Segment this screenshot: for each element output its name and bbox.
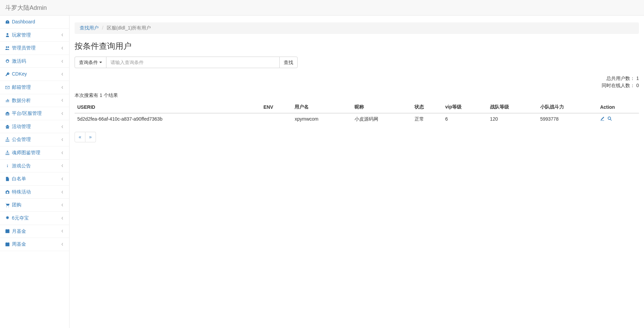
sidebar-item-label: 魂师图鉴管理 xyxy=(12,149,40,156)
sidebar-item-mail-manage[interactable]: 邮箱管理 xyxy=(0,81,69,94)
pagination: « » xyxy=(75,132,96,142)
stats-block: 总共用户数： 1 同时在线人数： 0 xyxy=(75,75,639,89)
key-icon xyxy=(5,72,10,77)
sitemap-icon xyxy=(5,137,10,142)
sidebar-item-activation-code[interactable]: 激活码 xyxy=(0,55,69,68)
sidebar-item-dashboard[interactable]: Dashboard xyxy=(0,16,69,29)
cell-squad-power: 5993778 xyxy=(538,113,598,125)
chevron-left-icon xyxy=(61,229,64,233)
chevron-left-icon xyxy=(61,99,64,102)
sidebar: Dashboard 玩家管理 管理员管理 激活码 xyxy=(0,16,69,328)
sidebar-item-label: 周基金 xyxy=(12,241,26,248)
sidebar-item-6yuan-treasure[interactable]: 6元夺宝 xyxy=(0,212,69,225)
cell-env xyxy=(261,113,292,125)
cell-team-level: 120 xyxy=(487,113,538,125)
sidebar-item-label: 邮箱管理 xyxy=(12,84,31,91)
sidebar-item-game-announcement[interactable]: 游戏公告 xyxy=(0,160,69,173)
sidebar-item-special-event[interactable]: 特殊活动 xyxy=(0,186,69,199)
caret-down-icon xyxy=(99,62,102,63)
user-icon xyxy=(5,33,10,37)
dashboard-icon xyxy=(5,20,10,24)
page-title: 按条件查询用户 xyxy=(75,41,639,52)
sidebar-item-cdkey[interactable]: CDKey xyxy=(0,68,69,81)
search-condition-dropdown[interactable]: 查询条件 xyxy=(75,57,106,68)
breadcrumb-current: 区服(dldl_1)所有用户 xyxy=(107,25,151,30)
th-action: Action xyxy=(597,101,639,113)
cell-nickname: 小皮源码网 xyxy=(352,113,412,125)
sidebar-item-label: CDKey xyxy=(12,71,27,78)
search-input[interactable] xyxy=(106,57,279,68)
users-table: USERID ENV 用户名 昵称 状态 vip等级 战队等级 小队战斗力 Ac… xyxy=(75,101,639,125)
results-info: 本次搜索有 1 个结果 xyxy=(75,93,639,99)
sidebar-item-label: 公会管理 xyxy=(12,136,31,143)
chevron-left-icon xyxy=(61,190,64,194)
chevron-left-icon xyxy=(61,217,64,220)
file-icon xyxy=(5,177,10,181)
breadcrumb-link-find-user[interactable]: 查找用户 xyxy=(80,25,99,30)
sidebar-item-label: 激活码 xyxy=(12,58,26,65)
sitemap-icon xyxy=(5,150,10,155)
chevron-left-icon xyxy=(61,243,64,246)
sidebar-item-weekly-fund[interactable]: 周基金 xyxy=(0,238,69,251)
search-input-group: 查询条件 查找 xyxy=(75,57,298,68)
th-squad-power: 小队战斗力 xyxy=(538,101,598,113)
sidebar-item-event-manage[interactable]: 活动管理 xyxy=(0,120,69,134)
total-users-label: 总共用户数： xyxy=(606,76,635,81)
cell-username: xpymwcom xyxy=(292,113,352,125)
chevron-left-icon xyxy=(61,151,64,155)
burst-icon xyxy=(5,216,10,221)
svg-rect-0 xyxy=(6,231,9,233)
calendar-icon xyxy=(5,229,10,233)
cart-icon xyxy=(5,203,10,207)
page-next-button[interactable]: » xyxy=(85,132,96,142)
page-prev-button[interactable]: « xyxy=(75,132,85,142)
sidebar-item-label: 特殊活动 xyxy=(12,189,31,196)
brand-title: 斗罗大陆Admin xyxy=(5,4,47,11)
sidebar-item-admin-manage[interactable]: 管理员管理 xyxy=(0,42,69,55)
svg-rect-1 xyxy=(6,244,9,246)
chevron-left-icon xyxy=(61,112,64,115)
cell-vip: 6 xyxy=(443,113,487,125)
sidebar-item-soulmaster-manage[interactable]: 魂师图鉴管理 xyxy=(0,146,69,160)
search-icon[interactable] xyxy=(607,116,612,121)
envelope-icon xyxy=(5,85,10,90)
cell-userid: 5d2d2fea-66af-410c-a837-a90ffed7363b xyxy=(75,113,261,125)
cell-status: 正常 xyxy=(412,113,442,125)
chevron-left-icon xyxy=(61,86,64,89)
th-vip: vip等级 xyxy=(443,101,487,113)
sidebar-item-platform-server[interactable]: 平台/区服管理 xyxy=(0,107,69,120)
breadcrumb-separator: / xyxy=(102,25,103,30)
sidebar-item-player-manage[interactable]: 玩家管理 xyxy=(0,29,69,42)
chevron-left-icon xyxy=(61,164,64,167)
th-env: ENV xyxy=(261,101,292,113)
chevron-left-icon xyxy=(61,73,64,76)
main-content: 查找用户 / 区服(dldl_1)所有用户 按条件查询用户 查询条件 查找 总共… xyxy=(69,16,644,328)
users-icon xyxy=(5,46,10,50)
cell-action xyxy=(597,113,639,125)
sidebar-item-label: Dashboard xyxy=(12,19,35,25)
th-status: 状态 xyxy=(412,101,442,113)
chevron-left-icon xyxy=(61,138,64,141)
edit-icon[interactable] xyxy=(600,116,605,121)
sidebar-item-whitelist[interactable]: 白名单 xyxy=(0,172,69,186)
dropdown-label: 查询条件 xyxy=(79,59,98,66)
sidebar-item-guild-manage[interactable]: 公会管理 xyxy=(0,133,69,146)
chart-icon xyxy=(5,98,10,103)
sidebar-item-label: 游戏公告 xyxy=(12,163,31,169)
cog-icon xyxy=(5,59,10,64)
sidebar-item-label: 管理员管理 xyxy=(12,45,36,52)
chevron-left-icon xyxy=(61,60,64,63)
sidebar-item-label: 玩家管理 xyxy=(12,32,31,39)
th-nickname: 昵称 xyxy=(352,101,412,113)
sidebar-item-group-buy[interactable]: 团购 xyxy=(0,199,69,212)
total-users-value: 1 xyxy=(636,76,639,81)
chevron-left-icon xyxy=(61,203,64,207)
table-row: 5d2d2fea-66af-410c-a837-a90ffed7363b xpy… xyxy=(75,113,639,125)
chevron-left-icon xyxy=(61,46,64,50)
gift-icon xyxy=(5,124,10,129)
sidebar-item-monthly-fund[interactable]: 月基金 xyxy=(0,225,69,238)
search-button[interactable]: 查找 xyxy=(279,57,298,68)
chevron-left-icon xyxy=(61,33,64,37)
sidebar-item-label: 白名单 xyxy=(12,176,26,182)
sidebar-item-data-analysis[interactable]: 数据分析 xyxy=(0,94,69,107)
